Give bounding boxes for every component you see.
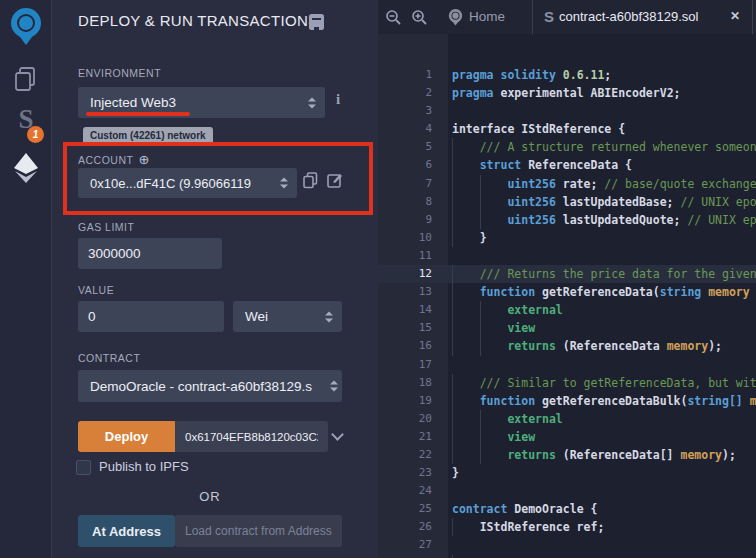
code-line[interactable]: 16returns (ReferenceData memory); bbox=[378, 337, 756, 355]
code-line[interactable]: 10} bbox=[378, 229, 756, 247]
code-line[interactable]: 2pragma experimental ABIEncoderV2; bbox=[378, 84, 756, 102]
code-text: returns (ReferenceData memory); bbox=[432, 337, 722, 355]
code-line[interactable]: 23} bbox=[378, 464, 756, 482]
code-line[interactable]: 11 bbox=[378, 247, 756, 265]
line-number: 22 bbox=[378, 446, 432, 464]
line-number: 24 bbox=[378, 482, 432, 500]
value-unit-select[interactable]: Wei bbox=[233, 301, 342, 332]
code-line[interactable]: 24 bbox=[378, 482, 756, 500]
code-line[interactable]: 27 bbox=[378, 536, 756, 554]
code-line[interactable]: 21view bbox=[378, 428, 756, 446]
deploy-button[interactable]: Deploy bbox=[78, 421, 175, 452]
indent-guide bbox=[452, 518, 480, 536]
line-number: 13 bbox=[378, 283, 432, 301]
code-line[interactable]: 25contract DemoOracle { bbox=[378, 500, 756, 518]
code-line[interactable]: 12/// Returns the price data for the giv… bbox=[378, 265, 756, 283]
zoom-out-icon[interactable] bbox=[385, 9, 402, 30]
code-text: /// Similar to getReferenceData, but wit… bbox=[432, 374, 756, 392]
home-tab-icon[interactable] bbox=[447, 8, 464, 30]
code-text: } bbox=[432, 229, 487, 247]
line-number: 12 bbox=[378, 265, 432, 283]
add-account-icon[interactable]: ⊕ bbox=[138, 152, 149, 167]
code-lines[interactable]: 1pragma solidity 0.6.11;2pragma experime… bbox=[378, 66, 756, 558]
indent-guide bbox=[452, 265, 480, 283]
code-line[interactable]: 7uint256 rate; // base/quote exchange ra… bbox=[378, 175, 756, 193]
code-line[interactable]: 6struct ReferenceData { bbox=[378, 156, 756, 174]
code-line[interactable]: 18/// Similar to getReferenceData, but w… bbox=[378, 374, 756, 392]
code-text: struct ReferenceData { bbox=[432, 156, 632, 174]
compiler-notification-badge: 1 bbox=[27, 126, 44, 143]
code-text bbox=[432, 482, 452, 500]
code-text: external bbox=[432, 301, 563, 319]
line-number: 19 bbox=[378, 392, 432, 410]
tab-home[interactable]: Home bbox=[469, 9, 505, 24]
indent-guide bbox=[452, 211, 480, 229]
account-select[interactable]: 0x10e...dF41C (9.96066119 bbox=[78, 168, 297, 198]
code-text: /// Returns the price data for the given… bbox=[432, 265, 756, 283]
code-line[interactable]: 9uint256 lastUpdatedQuote; // UNIX epoch bbox=[378, 211, 756, 229]
contract-label: CONTRACT bbox=[78, 352, 140, 364]
line-number: 2 bbox=[378, 84, 432, 102]
line-number: 21 bbox=[378, 428, 432, 446]
gas-limit-input[interactable] bbox=[78, 238, 222, 269]
contract-select[interactable]: DemoOracle - contract-a60bf38129.s bbox=[78, 370, 342, 402]
copy-account-icon[interactable] bbox=[303, 172, 318, 193]
zoom-in-icon[interactable] bbox=[411, 9, 428, 30]
chevron-down-icon[interactable] bbox=[331, 428, 344, 441]
account-value: 0x10e...dF41C (9.96066119 bbox=[90, 176, 251, 191]
code-text: contract DemoOracle { bbox=[432, 500, 597, 518]
account-label-row: ACCOUNT⊕ bbox=[78, 150, 149, 168]
indent-guide bbox=[452, 428, 480, 446]
code-text: view bbox=[432, 428, 535, 446]
code-text: IStdReference ref; bbox=[432, 518, 604, 536]
code-line[interactable]: 17 bbox=[378, 356, 756, 374]
code-text bbox=[432, 247, 452, 265]
deploy-argument-input[interactable] bbox=[175, 421, 328, 452]
file-explorer-icon[interactable] bbox=[0, 66, 52, 93]
tab-divider bbox=[532, 0, 533, 34]
documentation-book-icon[interactable] bbox=[308, 13, 325, 35]
deploy-run-icon[interactable] bbox=[0, 152, 52, 184]
indent-guide bbox=[452, 156, 480, 174]
line-number: 3 bbox=[378, 102, 432, 120]
edit-account-icon[interactable] bbox=[327, 172, 343, 192]
indent-guide bbox=[480, 446, 508, 464]
at-address-button[interactable]: At Address bbox=[78, 515, 175, 547]
indent-guide bbox=[452, 229, 480, 247]
at-address-input[interactable] bbox=[175, 515, 342, 547]
code-text: function getReferenceDataBulk(string[] m… bbox=[432, 392, 756, 410]
indent-guide bbox=[452, 555, 480, 558]
code-line[interactable]: 22returns (ReferenceData[] memory); bbox=[378, 446, 756, 464]
code-line[interactable]: 14external bbox=[378, 301, 756, 319]
code-line[interactable]: 8uint256 lastUpdatedBase; // UNIX epoch bbox=[378, 193, 756, 211]
line-number: 23 bbox=[378, 464, 432, 482]
code-line[interactable]: 1pragma solidity 0.6.11; bbox=[378, 66, 756, 84]
indent-guide bbox=[480, 428, 508, 446]
code-line[interactable]: 15view bbox=[378, 319, 756, 337]
environment-label: ENVIRONMENT bbox=[78, 67, 161, 79]
code-text: uint256 lastUpdatedQuote; // UNIX epoch bbox=[432, 211, 756, 229]
tab-contract-file[interactable]: contract-a60bf38129.sol bbox=[559, 9, 698, 24]
code-text: uint256 rate; // base/quote exchange rat bbox=[432, 175, 756, 193]
code-line[interactable]: 3 bbox=[378, 102, 756, 120]
code-line[interactable]: 20external bbox=[378, 410, 756, 428]
solidity-file-icon: S bbox=[544, 8, 554, 25]
indent-guide bbox=[480, 410, 508, 428]
publish-ipfs-checkbox[interactable] bbox=[76, 460, 91, 475]
value-input[interactable] bbox=[78, 301, 224, 332]
solidity-compiler-icon[interactable]: S bbox=[0, 104, 52, 135]
close-tab-icon[interactable]: ✕ bbox=[730, 9, 740, 23]
environment-info-icon[interactable]: i bbox=[336, 91, 340, 108]
code-line[interactable]: 19function getReferenceDataBulk(string[]… bbox=[378, 392, 756, 410]
code-line[interactable]: 26IStdReference ref; bbox=[378, 518, 756, 536]
code-text: function getReferenceData(string memory … bbox=[432, 283, 756, 301]
code-line[interactable]: 28uint256 public price; bbox=[378, 555, 756, 558]
code-line[interactable]: 13function getReferenceData(string memor… bbox=[378, 283, 756, 301]
line-number: 15 bbox=[378, 319, 432, 337]
line-number: 17 bbox=[378, 356, 432, 374]
code-line[interactable]: 4interface IStdReference { bbox=[378, 120, 756, 138]
code-line[interactable]: 5/// A structure returned whenever someo… bbox=[378, 138, 756, 156]
value-unit: Wei bbox=[245, 309, 268, 324]
indent-guide bbox=[452, 138, 480, 156]
code-text: pragma solidity 0.6.11; bbox=[432, 66, 611, 84]
